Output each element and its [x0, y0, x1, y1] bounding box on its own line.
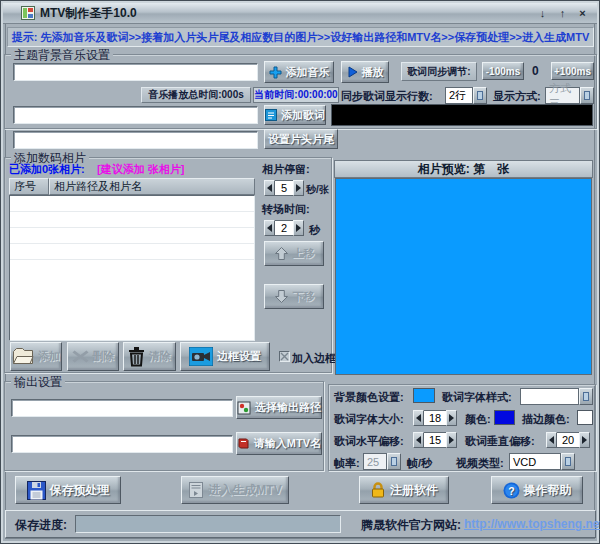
close-icon[interactable]: ×: [576, 6, 589, 20]
video-type-dropdown-button[interactable]: [561, 453, 575, 470]
stay-label: 相片停留:: [262, 162, 310, 177]
transition-increment-button[interactable]: [293, 220, 304, 236]
add-border-checkbox[interactable]: [279, 351, 290, 362]
lines-value: 2行: [445, 87, 473, 104]
folder-icon: [12, 347, 34, 366]
v-offset-spinner: 20: [546, 432, 590, 448]
svg-text:?: ?: [508, 484, 514, 496]
photo-preview-area: [335, 178, 592, 375]
lines-label: 同步歌词显示行数:: [341, 89, 433, 104]
set-intro-button[interactable]: 设置片头片尾: [264, 129, 338, 149]
font-style-label: 歌词字体样式:: [442, 390, 512, 405]
generate-mtv-label: 进入生成MTV: [208, 482, 281, 499]
display-mode-dropdown[interactable]: 方式三: [545, 87, 594, 104]
stay-increment-button[interactable]: [293, 180, 304, 196]
add-music-button[interactable]: 添加音乐: [264, 61, 334, 83]
photo-table-header: 序号 相片路径及相片名: [9, 178, 255, 195]
photos-suggest-label: [建议添加 张相片]: [97, 162, 184, 177]
h-offset-decrement-button[interactable]: [413, 432, 424, 448]
font-style-dropdown-button[interactable]: [579, 388, 593, 405]
plus-100ms-button[interactable]: +100ms: [551, 62, 594, 80]
x-icon: [72, 349, 89, 364]
add-lyrics-label: 添加歌词: [281, 108, 325, 123]
outline-color-swatch[interactable]: [577, 410, 593, 425]
stay-value: 5: [275, 180, 293, 196]
lines-dropdown-button[interactable]: [473, 87, 487, 104]
v-offset-increment-button[interactable]: [579, 432, 590, 448]
play-button[interactable]: 播放: [341, 61, 389, 83]
save-progress-bar: [75, 515, 341, 533]
site-link[interactable]: http://www.topsheng.net: [464, 517, 600, 531]
hint-text: 提示: 先添加音乐及歌词>>接着加入片头片尾及相应数目的图片>>设好输出路径和M…: [12, 30, 590, 45]
transition-unit: 秒: [309, 223, 320, 238]
lyrics-path-input[interactable]: [13, 106, 258, 124]
sync-offset-value: 0: [532, 64, 539, 78]
minimize-icon[interactable]: ↓: [536, 6, 549, 20]
clear-photos-label: 清除: [149, 349, 171, 364]
lines-dropdown[interactable]: 2行: [445, 87, 487, 104]
font-style-dropdown[interactable]: [520, 388, 593, 405]
border-settings-button[interactable]: 边框设置: [180, 342, 270, 371]
lock-icon: [370, 481, 386, 499]
display-mode-label: 显示方式:: [493, 89, 541, 104]
intro-path-input[interactable]: [13, 131, 258, 149]
framerate-label: 帧率:: [334, 456, 360, 471]
save-preprocess-button[interactable]: 保存预处理: [15, 476, 121, 504]
font-color-swatch[interactable]: [494, 410, 515, 425]
delete-photo-label: 删除: [93, 349, 115, 364]
display-mode-dropdown-button[interactable]: [580, 87, 594, 104]
move-up-button[interactable]: 上移: [264, 241, 324, 266]
add-photo-button[interactable]: 添加: [10, 342, 62, 371]
save-progress-label: 保存进度:: [15, 517, 67, 534]
select-path-button[interactable]: 选择输出路径: [236, 396, 322, 419]
move-down-button[interactable]: 下移: [264, 284, 324, 309]
trash-icon: [128, 346, 145, 367]
checkbox-x-icon: [280, 352, 289, 361]
transition-spinner: 2: [264, 220, 304, 236]
v-offset-value: 20: [557, 432, 579, 448]
minus-100ms-button[interactable]: -100ms: [482, 62, 524, 80]
transition-decrement-button[interactable]: [264, 220, 275, 236]
framerate-dropdown[interactable]: 25: [363, 453, 401, 470]
column-path[interactable]: 相片路径及相片名: [49, 178, 255, 195]
register-button[interactable]: 注册软件: [359, 476, 449, 504]
output-group-title: 输出设置: [11, 374, 65, 391]
arrow-up-icon: [274, 246, 289, 261]
video-type-dropdown[interactable]: VCD: [509, 453, 575, 470]
transition-value: 2: [275, 220, 293, 236]
h-offset-increment-button[interactable]: [446, 432, 457, 448]
add-lyrics-button[interactable]: 添加歌词: [264, 105, 326, 125]
font-size-decrement-button[interactable]: [413, 410, 424, 426]
framerate-value: 25: [363, 453, 387, 470]
clear-photos-button[interactable]: 清除: [123, 342, 176, 371]
lyrics-icon: [265, 109, 277, 121]
mtv-name-input[interactable]: [11, 435, 233, 453]
music-group-title: 主题背景音乐设置: [11, 47, 113, 64]
display-mode-value: 方式三: [545, 87, 580, 104]
enter-name-button[interactable]: 请输入MTV名: [236, 432, 322, 455]
plus-icon: [269, 66, 282, 79]
video-type-label: 视频类型:: [456, 456, 504, 471]
photo-list[interactable]: [9, 195, 255, 341]
film-icon: [188, 480, 204, 500]
save-preprocess-label: 保存预处理: [50, 482, 110, 499]
framerate-dropdown-button[interactable]: [387, 453, 401, 470]
preview-title: 相片预览: 第 张: [334, 160, 593, 178]
bg-color-swatch[interactable]: [413, 388, 435, 403]
outline-color-label: 描边颜色:: [522, 412, 570, 427]
v-offset-decrement-button[interactable]: [546, 432, 557, 448]
generate-mtv-button[interactable]: 进入生成MTV: [181, 476, 289, 504]
transition-label: 转场时间:: [262, 202, 310, 217]
restore-icon[interactable]: ↑: [556, 6, 569, 20]
stay-decrement-button[interactable]: [264, 180, 275, 196]
font-size-increment-button[interactable]: [446, 410, 457, 426]
photo-list-rows: [10, 196, 254, 260]
stay-unit: 秒/张: [306, 183, 329, 197]
music-path-input[interactable]: [13, 63, 258, 81]
output-path-input[interactable]: [11, 399, 233, 417]
font-size-value: 18: [424, 410, 446, 426]
column-no[interactable]: 序号: [9, 178, 49, 195]
help-button[interactable]: ? 操作帮助: [491, 476, 583, 504]
title-bar: MTV制作圣手10.0 ↓ ↑ ×: [3, 3, 597, 24]
delete-photo-button[interactable]: 删除: [67, 342, 119, 371]
